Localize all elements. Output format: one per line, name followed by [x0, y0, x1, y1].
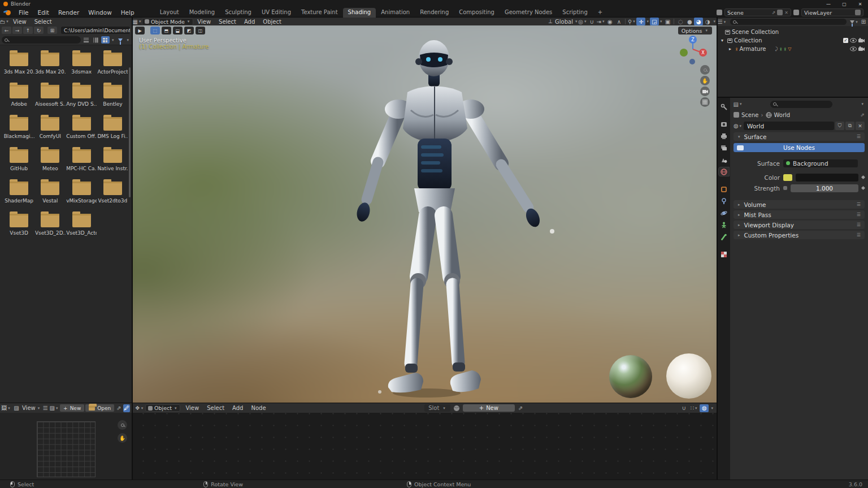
select-box-invert-button[interactable]: ◩ — [184, 27, 194, 34]
orthographic-toggle-button[interactable] — [700, 97, 710, 107]
uv-grid[interactable] — [37, 421, 96, 477]
camera-view-button[interactable] — [700, 87, 710, 96]
pan-hand-button[interactable]: ✋ — [700, 76, 710, 85]
collapsed-panel-header[interactable]: ▸ Volume ☰ — [734, 200, 865, 209]
collapsed-panel-header[interactable]: ▸ Mist Pass ☰ — [734, 210, 865, 219]
folder-item[interactable]: Custom Off... — [66, 114, 97, 139]
folder-item[interactable]: Adobe — [3, 82, 34, 107]
pin-icon[interactable]: ⇗ — [115, 404, 122, 412]
menu-item[interactable]: Edit — [33, 9, 54, 16]
solid-shading-icon[interactable]: ● — [685, 18, 694, 25]
filter-icon[interactable]: ▾ — [850, 18, 859, 26]
material-preview-icon[interactable]: ◕ — [694, 18, 703, 25]
folder-item[interactable]: ComfyUI — [34, 114, 66, 139]
rendered-shading-icon[interactable]: ◑ — [703, 18, 712, 25]
mode-selector[interactable]: Object Mode▾ — [142, 18, 193, 25]
menu-item[interactable]: Add — [228, 405, 247, 411]
tab-physics[interactable] — [719, 209, 729, 217]
new-copy-icon[interactable]: ⧉ — [845, 122, 854, 130]
render-camera-icon[interactable] — [858, 46, 865, 51]
new-folder-button[interactable]: ⊞ — [47, 27, 57, 34]
menu-item[interactable]: Add — [240, 19, 259, 25]
tab-tool[interactable] — [719, 102, 729, 111]
select-box-new-button[interactable]: ⬚ — [150, 27, 160, 34]
folder-item[interactable]: Meteo — [34, 146, 66, 171]
panel-menu-icon[interactable]: ☰ — [857, 232, 861, 237]
editor-type-icon[interactable]: 🗀▾ — [0, 18, 9, 25]
object-type-visibility-icon[interactable]: ⚲▾ — [627, 18, 636, 25]
menu-item[interactable]: View — [181, 405, 203, 411]
folder-item[interactable]: 3ds Max 20... — [3, 50, 34, 75]
menu-item[interactable]: Object — [259, 19, 285, 25]
snap-target-icon[interactable]: ∷▾ — [689, 404, 698, 412]
navigation-gizmo[interactable]: Z X — [677, 33, 709, 65]
tab-scene[interactable] — [719, 156, 729, 164]
folder-item[interactable]: Vestal — [34, 179, 66, 204]
panel-menu-icon[interactable]: ☰ — [857, 222, 861, 227]
snap-magnet-icon[interactable]: ∪ — [679, 404, 688, 412]
editor-type-icon[interactable]: ☰▾ — [718, 18, 727, 26]
workspace-tab[interactable]: Shading — [343, 8, 376, 18]
select-box-intersect-button[interactable]: ◫ — [196, 27, 205, 34]
display-settings-dropdown[interactable]: ▾ — [112, 38, 114, 42]
workspace-tab[interactable]: Layout — [155, 8, 184, 18]
editor-type-icon[interactable]: 🖽▾ — [2, 404, 11, 412]
workspace-tab[interactable]: Compositing — [454, 8, 500, 18]
editor-type-icon[interactable]: ❖▾ — [135, 404, 144, 412]
shader-type-selector[interactable]: Object▾ — [145, 404, 180, 412]
viewport-canvas[interactable]: User Perspective (1) Collection | Armatu… — [133, 25, 717, 403]
tab-bone[interactable] — [719, 232, 729, 241]
folder-item[interactable]: Vset3D — [3, 211, 34, 236]
folder-item[interactable]: Vset3D_Actor — [66, 211, 97, 236]
menu-item[interactable]: Help — [116, 9, 139, 16]
thumbnail-view-button[interactable] — [101, 36, 110, 44]
folder-item[interactable]: MPC-HC Ca... — [66, 146, 97, 171]
fake-user-shield-icon[interactable]: ⛉ — [835, 122, 844, 130]
pin-icon[interactable]: ⇗ — [860, 112, 865, 118]
menu-item[interactable]: Select — [31, 19, 56, 25]
snap-magnet-icon[interactable]: ∪ — [587, 18, 596, 25]
copy-icon[interactable] — [777, 10, 783, 15]
color-swatch[interactable] — [783, 174, 792, 181]
zoom-button[interactable] — [118, 420, 127, 430]
animate-diamond-icon[interactable] — [861, 186, 865, 190]
scene-selector[interactable]: Scene ⇗ ✕ — [724, 8, 791, 16]
menu-item[interactable]: Window — [84, 9, 116, 16]
pivot-point-icon[interactable]: ◎▾ — [578, 18, 587, 25]
filter-button[interactable] — [116, 36, 124, 44]
up-button[interactable]: ↑ — [23, 27, 33, 34]
panel-menu-icon[interactable]: ☰ — [857, 202, 861, 207]
view-menu[interactable]: ▨ View▾ — [12, 404, 41, 412]
overlays-toggle-icon[interactable]: ◲ — [650, 18, 659, 25]
close-button[interactable]: ✕ — [852, 0, 868, 8]
menu-item[interactable]: View — [9, 19, 31, 25]
forward-button[interactable]: → — [12, 27, 22, 34]
folder-item[interactable]: Aiseesoft S... — [34, 82, 66, 107]
animate-diamond-icon[interactable] — [861, 175, 865, 179]
breadcrumb-scene[interactable]: Scene — [741, 112, 759, 118]
workspace-tab[interactable]: Sculpting — [220, 8, 257, 18]
hide-eye-icon[interactable] — [850, 38, 857, 43]
folder-item[interactable]: Vset2dto3d — [97, 179, 128, 204]
workspace-tab[interactable]: UV Editing — [257, 8, 296, 18]
slot-selector[interactable]: Slot▾ — [424, 404, 450, 412]
tab-output[interactable] — [719, 132, 729, 140]
new-collection-icon[interactable]: ⊞ — [859, 18, 868, 26]
workspace-tab[interactable]: Scripting — [557, 8, 592, 18]
copy-icon[interactable] — [855, 10, 861, 15]
folder-item[interactable]: Vset3D_2D... — [34, 211, 66, 236]
workspace-tab[interactable]: Geometry Nodes — [500, 8, 557, 18]
maximize-button[interactable]: ▢ — [836, 0, 852, 8]
editor-type-icon[interactable]: ▤▾ — [734, 100, 743, 108]
path-field[interactable]: C:\Users\admin\Documents\ — [61, 27, 130, 34]
folder-item[interactable]: Bentley — [97, 82, 128, 107]
node-canvas[interactable] — [133, 413, 717, 480]
tab-object-data[interactable] — [719, 221, 729, 229]
menu-item[interactable]: Select — [203, 405, 228, 411]
robot-model[interactable] — [133, 25, 717, 403]
folder-item[interactable]: Any DVD S... — [66, 82, 97, 107]
horizontal-list-button[interactable] — [92, 36, 100, 44]
blender-menu-icon[interactable] — [3, 10, 11, 15]
paint-mode-icon[interactable]: 🖉 — [123, 404, 130, 412]
viewlayer-selector[interactable]: ViewLayer — [801, 8, 863, 16]
